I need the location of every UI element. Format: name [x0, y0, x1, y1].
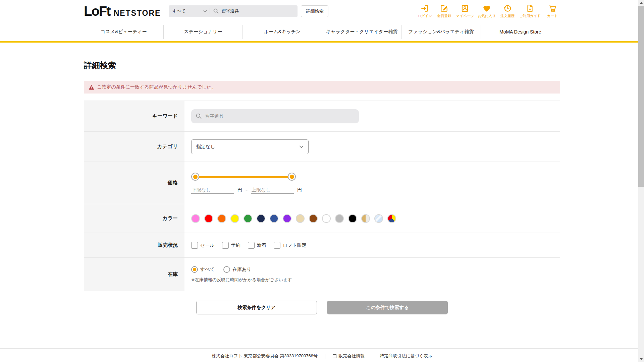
radio-all[interactable]: すべて	[191, 266, 215, 273]
order-history-icon	[503, 4, 512, 13]
nav-item-fashion-variety[interactable]: ファッション&バラエティ雑貨	[401, 25, 481, 39]
keyword-input-wrap	[191, 109, 359, 123]
favorites-link[interactable]: お気に入り	[478, 4, 496, 18]
mypage-label: マイページ	[456, 14, 474, 18]
loft-logo[interactable]: LoFt NETSTORE	[84, 4, 161, 19]
color-swatch-green[interactable]	[244, 214, 252, 223]
header-search-input[interactable]	[221, 9, 292, 14]
scrollbar[interactable]	[638, 0, 644, 362]
nav-item-cosmetics[interactable]: コスメ&ビューティー	[84, 25, 163, 39]
color-label: カラー	[84, 204, 184, 233]
radio-button-selected[interactable]	[191, 266, 198, 273]
login-link[interactable]: ログイン	[417, 4, 432, 18]
mypage-link[interactable]: マイページ	[456, 4, 474, 18]
category-label: カテゴリ	[84, 132, 184, 162]
color-swatch-brown[interactable]	[309, 214, 318, 223]
cart-label: カート	[547, 14, 558, 18]
color-swatch-beige[interactable]	[296, 214, 305, 223]
nav-item-moma[interactable]: MoMA Design Store	[481, 25, 560, 39]
guide-link[interactable]: ご利用ガイド	[519, 4, 541, 18]
cart-link[interactable]: カート	[545, 4, 560, 18]
logo-loft-text: LoFt	[84, 4, 110, 19]
search-submit-button[interactable]: この条件で検索する	[327, 301, 448, 314]
search-form: キーワード カテゴリ 指定なし 価格	[84, 101, 560, 291]
search-icon	[213, 8, 219, 14]
color-swatch-multicolor[interactable]	[387, 214, 396, 223]
scroll-down-icon	[640, 358, 643, 360]
header: LoFt NETSTORE すべて 詳細検索 ログイン 会員登録 マイページ お…	[84, 0, 560, 22]
error-banner: ご指定の条件に一致する商品が見つかりませんでした。	[84, 81, 560, 94]
header-quick-links: ログイン 会員登録 マイページ お気に入り 注文履歴 ご利用ガイド カート	[417, 4, 560, 18]
category-select[interactable]: 指定なし	[191, 139, 309, 154]
color-row: カラー	[84, 204, 560, 233]
price-max-input[interactable]	[251, 186, 294, 194]
error-message: ご指定の条件に一致する商品が見つかりませんでした。	[97, 84, 216, 90]
price-slider[interactable]	[191, 173, 296, 181]
search-divider	[210, 8, 210, 14]
footer-company-registration: 株式会社ロフト 東京都公安委員会 第303319700768号	[212, 353, 318, 359]
checkbox-box[interactable]	[191, 242, 198, 249]
footer-link-seller-info[interactable]: 販売会社情報	[333, 353, 365, 359]
checkbox-box[interactable]	[248, 242, 255, 249]
sales-status-label: 販売状況	[84, 233, 184, 257]
chevron-down-icon	[299, 145, 304, 148]
guide-icon	[526, 4, 534, 13]
nav-item-home-kitchen[interactable]: ホーム&キッチン	[243, 25, 322, 39]
color-swatch-white[interactable]	[322, 214, 331, 223]
logo-netstore-text: NETSTORE	[114, 9, 161, 18]
color-swatch-blue[interactable]	[270, 214, 278, 223]
footer-link-label: 販売会社情報	[338, 353, 365, 359]
nav-item-character-goods[interactable]: キャラクター・クリエイター雑貨	[322, 25, 401, 39]
radio-in-stock[interactable]: 在庫あり	[223, 266, 252, 273]
price-slider-handle-max[interactable]	[288, 173, 296, 181]
form-actions: 検索条件をクリア この条件で検索する	[84, 301, 560, 314]
checkbox-box[interactable]	[274, 242, 280, 249]
cart-icon	[548, 4, 557, 13]
color-swatch-purple[interactable]	[283, 214, 291, 223]
checkbox-box[interactable]	[222, 242, 229, 249]
sales-status-options: セール 予約 新着 ロフト限定	[191, 242, 307, 249]
register-icon	[440, 4, 448, 13]
scroll-up-icon	[640, 2, 643, 4]
color-swatch-gold-silver[interactable]	[361, 214, 370, 223]
color-swatch-red[interactable]	[204, 214, 213, 223]
checkbox-reservation[interactable]: 予約	[222, 242, 240, 249]
price-label: 価格	[84, 162, 184, 204]
footer-divider	[325, 354, 325, 359]
guide-label: ご利用ガイド	[519, 14, 541, 18]
radio-button[interactable]	[223, 266, 230, 273]
main-nav: コスメ&ビューティー ステーショナリー ホーム&キッチン キャラクター・クリエイ…	[0, 22, 644, 43]
color-swatch-black[interactable]	[348, 214, 357, 223]
scrollbar-up-button[interactable]	[638, 0, 644, 6]
clear-conditions-button[interactable]: 検索条件をクリア	[196, 301, 317, 314]
category-selected-value: 指定なし	[196, 144, 215, 150]
keyword-input[interactable]	[205, 114, 354, 119]
price-slider-handle-min[interactable]	[191, 173, 199, 181]
search-category-dropdown[interactable]: すべて	[172, 8, 207, 14]
color-swatch-clear[interactable]	[374, 214, 383, 223]
checkbox-sale[interactable]: セール	[191, 242, 215, 249]
color-swatch-gray[interactable]	[335, 214, 344, 223]
register-link[interactable]: 会員登録	[436, 4, 452, 18]
price-range-separator: ~	[245, 187, 248, 193]
checkbox-label: セール	[200, 242, 215, 248]
color-swatch-yellow[interactable]	[230, 214, 239, 223]
category-row: カテゴリ 指定なし	[84, 132, 560, 162]
order-history-link[interactable]: 注文履歴	[500, 4, 515, 18]
color-swatch-pink[interactable]	[191, 214, 200, 223]
checkbox-new-arrival[interactable]: 新着	[248, 242, 266, 249]
footer-link-commercial-law[interactable]: 特定商取引法に基づく表示	[380, 353, 432, 359]
color-swatch-navy[interactable]	[257, 214, 265, 223]
scrollbar-thumb[interactable]	[638, 6, 644, 187]
nav-item-stationery[interactable]: ステーショナリー	[163, 25, 243, 39]
price-row: 価格 円 ~ 円	[84, 162, 560, 204]
checkbox-loft-exclusive[interactable]: ロフト限定	[274, 242, 307, 249]
advanced-search-button[interactable]: 詳細検索	[301, 5, 328, 17]
scrollbar-down-button[interactable]	[638, 356, 644, 362]
color-swatch-orange[interactable]	[217, 214, 226, 223]
checkbox-label: ロフト限定	[283, 242, 307, 248]
register-label: 会員登録	[437, 14, 451, 18]
header-search-bar: すべて	[169, 5, 298, 17]
price-min-input[interactable]	[191, 186, 234, 194]
keyword-row: キーワード	[84, 101, 560, 132]
